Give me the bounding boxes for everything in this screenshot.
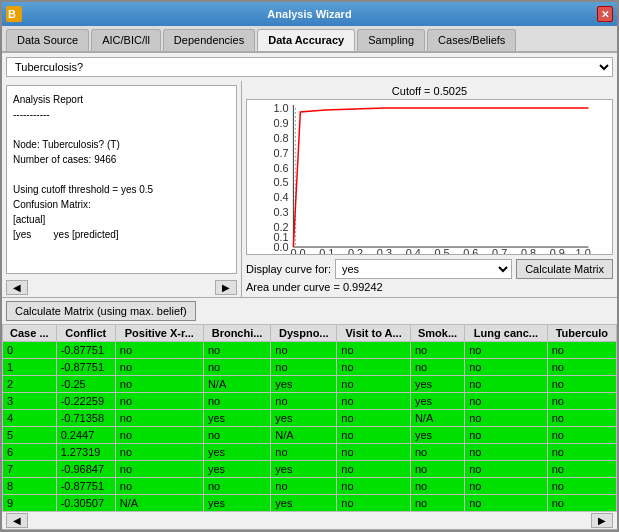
svg-text:0.0: 0.0 bbox=[274, 241, 289, 253]
col-dyspno: Dyspno... bbox=[271, 325, 337, 342]
roc-chart: 1.0 0.9 0.8 0.7 0.6 0.5 0.4 0.3 0.2 0.1 … bbox=[247, 100, 612, 254]
bottom-section: Calculate Matrix (using max. belief) Cas… bbox=[2, 297, 617, 529]
main-window: B Analysis Wizard ✕ Data Source AIC/BIC/… bbox=[0, 0, 619, 532]
svg-text:0.3: 0.3 bbox=[377, 247, 392, 254]
svg-text:1.0: 1.0 bbox=[274, 102, 289, 114]
right-panel: Cutoff = 0.5025 1.0 0.9 0.8 0.7 0.6 0.5 … bbox=[242, 81, 617, 297]
svg-text:0.4: 0.4 bbox=[406, 247, 421, 254]
svg-text:0.5: 0.5 bbox=[274, 176, 289, 188]
table-left-arrow[interactable]: ◀ bbox=[6, 513, 28, 528]
main-area: Analysis Report ----------- Node: Tuberc… bbox=[2, 81, 617, 297]
calculate-matrix-button[interactable]: Calculate Matrix bbox=[516, 259, 613, 279]
table-row: 8-0.87751nonononononono bbox=[3, 478, 617, 495]
tab-aic[interactable]: AIC/BIC/ll bbox=[91, 29, 161, 51]
window-title: Analysis Wizard bbox=[22, 8, 597, 20]
tab-bar: Data Source AIC/BIC/ll Dependencies Data… bbox=[2, 26, 617, 53]
svg-text:0.8: 0.8 bbox=[521, 247, 536, 254]
svg-text:0.3: 0.3 bbox=[274, 206, 289, 218]
report-nav: ◀ ▶ bbox=[2, 278, 241, 297]
calculate-matrix-max-button[interactable]: Calculate Matrix (using max. belief) bbox=[6, 301, 196, 321]
svg-text:0.1: 0.1 bbox=[319, 247, 334, 254]
table-header-row: Case ... Conflict Positive X-r... Bronch… bbox=[3, 325, 617, 342]
svg-text:0.9: 0.9 bbox=[274, 117, 289, 129]
table-row: 1-0.87751nonononononono bbox=[3, 359, 617, 376]
tab-cases-beliefs[interactable]: Cases/Beliefs bbox=[427, 29, 516, 51]
svg-text:1.0: 1.0 bbox=[576, 247, 591, 254]
svg-text:0.2: 0.2 bbox=[348, 247, 363, 254]
svg-text:0.0: 0.0 bbox=[290, 247, 305, 254]
col-visit: Visit to A... bbox=[337, 325, 411, 342]
col-case: Case ... bbox=[3, 325, 57, 342]
col-tuberculo: Tuberculo bbox=[547, 325, 616, 342]
curve-dropdown[interactable]: yes bbox=[335, 259, 512, 279]
col-lung: Lung canc... bbox=[465, 325, 548, 342]
col-positive-xr: Positive X-r... bbox=[115, 325, 203, 342]
tab-data-accuracy[interactable]: Data Accuracy bbox=[257, 29, 355, 51]
app-icon: B bbox=[6, 6, 22, 22]
report-left-arrow[interactable]: ◀ bbox=[6, 280, 28, 295]
svg-text:0.8: 0.8 bbox=[274, 132, 289, 144]
svg-text:0.7: 0.7 bbox=[492, 247, 507, 254]
svg-text:0.7: 0.7 bbox=[274, 147, 289, 159]
data-table-container[interactable]: Case ... Conflict Positive X-r... Bronch… bbox=[2, 324, 617, 512]
table-row: 3-0.22259nonononoyesnono bbox=[3, 393, 617, 410]
table-row: 9-0.30507N/Ayesyesnononono bbox=[3, 495, 617, 512]
tab-dependencies[interactable]: Dependencies bbox=[163, 29, 255, 51]
chart-area: 1.0 0.9 0.8 0.7 0.6 0.5 0.4 0.3 0.2 0.1 … bbox=[246, 99, 613, 255]
chart-title: Cutoff = 0.5025 bbox=[246, 85, 613, 97]
svg-text:0.5: 0.5 bbox=[434, 247, 449, 254]
content-area: Tuberculosis? Analysis Report ----------… bbox=[2, 53, 617, 529]
auc-value: Area under curve = 0.99242 bbox=[246, 281, 613, 293]
node-dropdown-row: Tuberculosis? bbox=[2, 53, 617, 81]
col-smok: Smok... bbox=[410, 325, 464, 342]
table-nav: ◀ ▶ bbox=[2, 512, 617, 529]
svg-text:0.6: 0.6 bbox=[274, 162, 289, 174]
left-panel: Analysis Report ----------- Node: Tuberc… bbox=[2, 81, 242, 297]
svg-text:0.6: 0.6 bbox=[463, 247, 478, 254]
table-row: 0-0.87751nonononononono bbox=[3, 342, 617, 359]
table-row: 50.2447nonoN/Anoyesnono bbox=[3, 427, 617, 444]
analysis-report: Analysis Report ----------- Node: Tuberc… bbox=[6, 85, 237, 274]
node-dropdown[interactable]: Tuberculosis? bbox=[6, 57, 613, 77]
data-table: Case ... Conflict Positive X-r... Bronch… bbox=[2, 324, 617, 512]
titlebar: B Analysis Wizard ✕ bbox=[2, 2, 617, 26]
report-right-arrow[interactable]: ▶ bbox=[215, 280, 237, 295]
close-button[interactable]: ✕ bbox=[597, 6, 613, 22]
table-right-arrow[interactable]: ▶ bbox=[591, 513, 613, 528]
curve-controls: Display curve for: yes Calculate Matrix bbox=[246, 259, 613, 279]
table-row: 2-0.25noN/Ayesnoyesnono bbox=[3, 376, 617, 393]
svg-text:0.4: 0.4 bbox=[274, 191, 289, 203]
col-conflict: Conflict bbox=[56, 325, 115, 342]
svg-text:0.9: 0.9 bbox=[550, 247, 565, 254]
tab-data-source[interactable]: Data Source bbox=[6, 29, 89, 51]
table-row: 61.27319noyesnonononono bbox=[3, 444, 617, 461]
table-row: 4-0.71358noyesyesnoN/Anono bbox=[3, 410, 617, 427]
table-row: 7-0.96847noyesyesnononono bbox=[3, 461, 617, 478]
tab-sampling[interactable]: Sampling bbox=[357, 29, 425, 51]
svg-text:B: B bbox=[8, 8, 16, 20]
col-bronchi: Bronchi... bbox=[203, 325, 270, 342]
display-curve-label: Display curve for: bbox=[246, 263, 331, 275]
